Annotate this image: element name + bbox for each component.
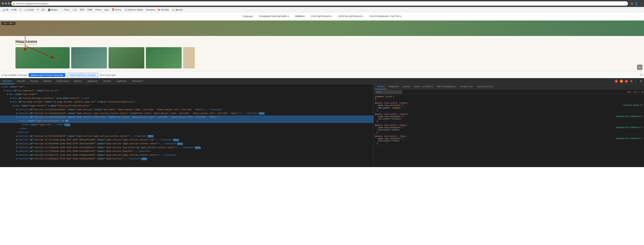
gallery-item-2[interactable] [71, 47, 107, 68]
bookmark-video[interactable]: 🎬Видео [47, 8, 58, 12]
new-style-icon[interactable]: ⊞ [641, 91, 642, 94]
styles-tab-properties[interactable]: Properties [458, 84, 475, 89]
styles-tab-computed[interactable]: Computed [386, 84, 401, 89]
html-line[interactable]: ▶<section id="section-id-bb56ad12-fbf6-4… [0, 157, 373, 161]
close-devtools-icon[interactable]: ✕ [640, 79, 642, 83]
tab-memory[interactable]: Memory [72, 78, 85, 84]
html-line[interactable]: ▶<section id="section-id-31ccc6ea-8e38-4… [0, 138, 373, 142]
bookmark-gd[interactable]: 📊ГД [2, 8, 9, 12]
html-line-selected[interactable]: ▼<div class="sppb-row-container" == $0 [0, 119, 373, 123]
tab-elements[interactable]: Elements [0, 78, 14, 84]
bookmark-slova[interactable]: 📖Слова [24, 8, 35, 12]
nav-landscape[interactable]: ЛАНДШАФТНЫЙ ДИЗАЙН ▾ [259, 15, 289, 18]
address-bar[interactable]: 🔒 ecomir.in.ua/gazon/rulonnyj-gazon [11, 1, 628, 6]
html-line[interactable]: ▶<div id="system-message-container" aria… [0, 96, 373, 100]
styles-tab-layout[interactable]: Layout [401, 84, 412, 89]
styles-tab-styles[interactable]: Styles [375, 84, 387, 89]
bookmark-em[interactable]: ●ЭМ [11, 8, 18, 12]
bookmark-seo[interactable]: SEO [79, 8, 85, 11]
nav-glavnaya[interactable]: ГЛАВНАЯ [242, 15, 253, 18]
tab-network[interactable]: Network [41, 78, 54, 84]
hover-toggle[interactable]: :hov [626, 91, 631, 93]
nav-gazon[interactable]: ГАЗОН ▾ [295, 15, 304, 18]
bookmark-gr[interactable]: □Гр [72, 8, 78, 11]
dont-show-again-button[interactable]: Don't show again [100, 74, 116, 76]
info-count-badge: 1 [625, 80, 628, 83]
html-line[interactable]: </section> [0, 130, 373, 134]
bookmark-antiklik[interactable]: Антиклик [145, 8, 156, 11]
tab-recorder[interactable]: Recorder ⏱ [130, 78, 146, 84]
nav-obsluzhivanie[interactable]: ОБСЛУЖИВАНИЕ УЧАСТКА ▾ [370, 15, 402, 18]
error-count-badge: 5 [615, 80, 618, 83]
html-line[interactable]: ▶<div class="sppb-row"> … </div>flex [0, 123, 373, 127]
css-rule-media-768: @media (min-width: 768px) .sppb-row-cont… [374, 134, 644, 146]
page-content: Наш газон › ∧ [0, 36, 644, 72]
tab-lighthouse[interactable]: Lighthouse [114, 78, 130, 84]
styles-tab-accessibility[interactable]: Accessibility [475, 84, 496, 89]
tab-security[interactable]: Security [100, 78, 114, 84]
styles-tab-event-listeners[interactable]: Event Listeners [412, 84, 435, 89]
close-notification-button[interactable]: ✕ [640, 73, 642, 77]
html-line[interactable]: ▶<section id="section-id-48ceed84-25a8-4… [0, 142, 373, 146]
bookmark-p[interactable]: П [36, 8, 39, 11]
tab-performance[interactable]: Performance [54, 78, 72, 84]
html-line[interactable]: ▼<div id="sp-page-builder" class="sp-pag… [0, 100, 373, 104]
devtools-toolbar-icons: 5 12 1 ⚙ ⋮ ✕ [615, 79, 644, 83]
devtools-panel: Elements Console Sources Network Perform… [0, 78, 644, 167]
gallery-more[interactable]: › [183, 47, 195, 68]
scroll-top-button[interactable]: ∧ [637, 64, 642, 70]
gallery-item-1[interactable] [16, 47, 70, 68]
styles-filter-options: :hov .cls + ⊞ [626, 91, 642, 94]
devtools-tabs: Elements Console Sources Network Perform… [0, 78, 146, 84]
page-title: Наш газон [16, 39, 37, 45]
gallery-item-4[interactable] [146, 47, 182, 68]
hero-section: 1320 × 564.3 [0, 20, 644, 36]
browser-window-controls [2, 2, 10, 5]
html-line[interactable]: ▶<section id="section-id-1534232643654" … [0, 112, 373, 116]
browser-chrome: 🔒 ecomir.in.ua/gazon/rulonnyj-gazon ⊞ 👤 … [0, 0, 644, 7]
profile-icon[interactable]: 👤 [634, 2, 638, 6]
menu-icon[interactable]: ⋮ [639, 2, 642, 6]
image-gallery: › [16, 47, 628, 68]
html-line[interactable]: ▶<section id="section-id-ccb20464-4556-4… [0, 146, 373, 150]
devtools-topbar: Elements Console Sources Network Perform… [0, 78, 644, 84]
elements-panel[interactable]: ▶<DIV class="row"> … ▼<main id="sp-compo… [0, 84, 374, 167]
html-line-selected[interactable]: ▼<section id="section-id-1534232643556" … [0, 116, 373, 119]
nav-obrezka[interactable]: ОБРЕЗКА ДЕРЕВЬЕВ ▾ [338, 15, 363, 18]
nav-spil[interactable]: СПИЛ ДЕРЕВЬЕВ ▾ [311, 15, 332, 18]
tab-console[interactable]: Console [14, 78, 28, 84]
bookmark-pochty[interactable]: 📮Почты [111, 8, 122, 12]
bookmark-pkyou[interactable]: PkYou [94, 8, 102, 11]
html-line[interactable]: ▼<main id="sp-component" class="col-lg-1… [0, 89, 373, 93]
tab-sources[interactable]: Sources [28, 78, 40, 84]
bookmark-cmm[interactable]: CMM [86, 8, 93, 11]
tab-application[interactable]: Application [85, 78, 100, 84]
add-rule-icon[interactable]: + [639, 91, 640, 93]
html-line[interactable]: ▶<section id="section-id-6b9c77f7-3c40-4… [0, 153, 373, 157]
settings-icon[interactable]: ⚙ [630, 79, 632, 83]
class-toggle[interactable]: .cls [632, 91, 638, 93]
html-line[interactable]: ▶<section id="section-id-275e92d9-cba2-4… [0, 150, 373, 153]
bookmark-novosti[interactable]: 📰Новости Трубы [124, 8, 144, 12]
styles-tab-dom-breakpoints[interactable]: DOM Breakpoints [435, 84, 458, 89]
bookmark-text[interactable]: 📄Текст [60, 8, 70, 12]
bookmark-java[interactable]: java [104, 8, 109, 11]
switch-devtools-language-button[interactable]: Switch DevTools to Russian [67, 73, 98, 77]
html-line[interactable]: ▶<div class="sp-column"> [0, 92, 373, 96]
bookmark-t[interactable]: Т [19, 8, 22, 11]
extensions-icon[interactable]: ⊞ [631, 2, 633, 6]
bookmark-youtube[interactable]: ▶YouTube [158, 8, 170, 12]
gallery-item-3[interactable] [108, 47, 144, 68]
html-line[interactable]: ▶<div class="page-content" x-data="easys… [0, 104, 373, 108]
url-text: ecomir.in.ua/gazon/rulonnyj-gazon [16, 2, 49, 5]
html-line[interactable]: ▶<section id="section-id-1534232643663" … [0, 108, 373, 112]
html-line[interactable]: ▶<DIV class="row"> … [0, 85, 373, 89]
bookmark-ga[interactable]: GA [41, 8, 46, 11]
styles-filter-input[interactable] [375, 90, 402, 94]
html-line[interactable]: </div> [0, 127, 373, 131]
html-line[interactable]: ▶<section id="section-id-1534232643555" … [0, 134, 373, 138]
bookmark-dronshi[interactable]: 🚁Дронші [171, 8, 184, 12]
css-rule-element-style: element.style { } [374, 95, 644, 101]
overflow-icon[interactable]: ⋮ [634, 79, 638, 83]
always-match-language-button[interactable]: Always match Chrome's language [29, 73, 66, 77]
